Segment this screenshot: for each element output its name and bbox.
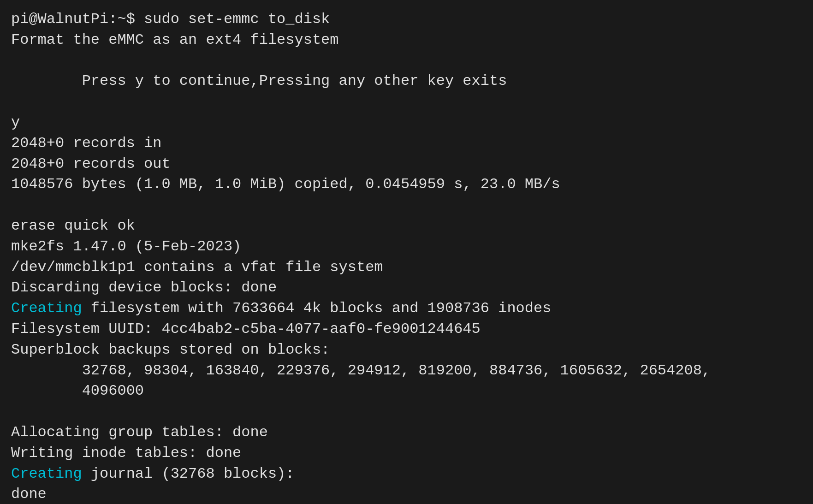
discard-line: Discarding device blocks: done [11, 278, 802, 298]
blocks-line1: 32768, 98304, 163840, 229376, 294912, 81… [11, 361, 802, 381]
creating-journal-line-part: journal (32768 blocks): [82, 465, 295, 482]
creating-fs-line: Creating filesystem with 7633664 4k bloc… [11, 298, 802, 319]
superblock-line: Superblock backups stored on blocks: [11, 340, 802, 361]
terminal: pi@WalnutPi:~$ sudo set-emmc to_diskForm… [11, 9, 802, 504]
empty3 [11, 195, 802, 216]
blocks-line2: 4096000 [11, 381, 802, 402]
uuid-line: Filesystem UUID: 4cc4bab2-c5ba-4077-aaf0… [11, 319, 802, 340]
empty1 [11, 51, 802, 71]
erase-line: erase quick ok [11, 216, 802, 237]
bytes-line: 1048576 bytes (1.0 MB, 1.0 MiB) copied, … [11, 174, 802, 195]
inode-line: Writing inode tables: done [11, 443, 802, 464]
records-out: 2048+0 records out [11, 154, 802, 175]
records-in: 2048+0 records in [11, 133, 802, 154]
press-line: Press y to continue,Pressing any other k… [11, 71, 802, 92]
format-line: Format the eMMC as an ext4 filesystem [11, 30, 802, 51]
empty2 [11, 92, 802, 113]
alloc-line: Allocating group tables: done [11, 422, 802, 443]
creating-journal-line-part: Creating [11, 465, 82, 482]
empty4 [11, 402, 802, 422]
creating-journal-line: Creating journal (32768 blocks): [11, 464, 802, 485]
dev-line: /dev/mmcblk1p1 contains a vfat file syst… [11, 257, 802, 278]
done-line: done [11, 484, 802, 504]
mke2fs-line: mke2fs 1.47.0 (5-Feb-2023) [11, 237, 802, 257]
creating-fs-line-part: filesystem with 7633664 4k blocks and 19… [82, 300, 552, 317]
y-input: y [11, 113, 802, 133]
creating-fs-line-part: Creating [11, 300, 82, 317]
cmd-line: pi@WalnutPi:~$ sudo set-emmc to_disk [11, 9, 802, 30]
